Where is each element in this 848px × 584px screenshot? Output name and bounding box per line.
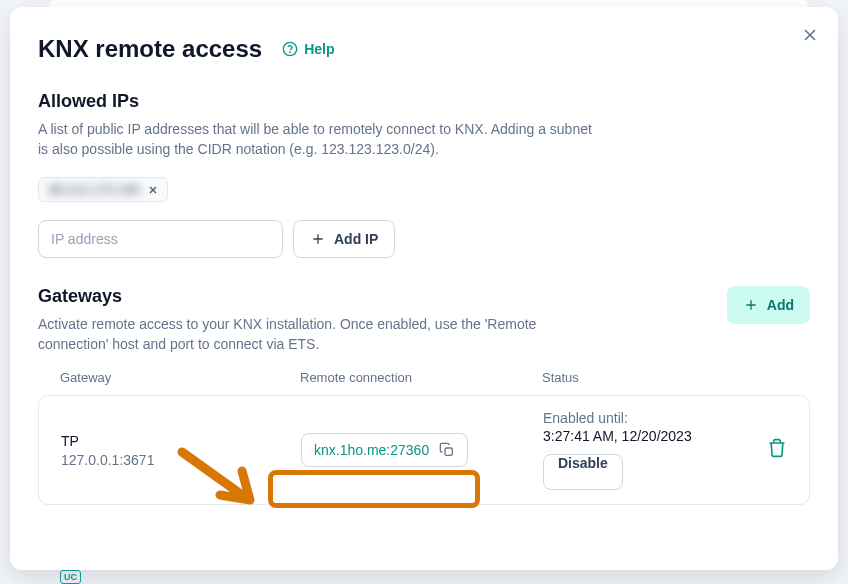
allowed-ips-description: A list of public IP addresses that will …: [38, 120, 598, 159]
help-link[interactable]: Help: [282, 41, 334, 57]
delete-gateway-button[interactable]: [767, 438, 787, 462]
remote-host: knx.1ho.me:27360: [314, 442, 429, 458]
allowed-ips-section: Allowed IPs A list of public IP addresse…: [38, 91, 810, 258]
add-gateway-label: Add: [767, 297, 794, 313]
modal-title: KNX remote access: [38, 35, 262, 63]
remote-cell: knx.1ho.me:27360: [301, 433, 543, 467]
modal-header: KNX remote access Help: [38, 35, 810, 63]
remove-ip-button[interactable]: [147, 184, 159, 196]
column-gateway: Gateway: [60, 370, 300, 385]
column-remote: Remote connection: [300, 370, 542, 385]
add-ip-label: Add IP: [334, 231, 378, 247]
add-ip-row: Add IP: [38, 220, 810, 258]
gateway-address: 127.0.0.1:3671: [61, 452, 301, 468]
x-icon: [147, 184, 159, 196]
gateway-cell: TP 127.0.0.1:3671: [61, 433, 301, 468]
allowed-ips-title: Allowed IPs: [38, 91, 810, 112]
ip-address-input[interactable]: [38, 220, 283, 258]
gateway-name: TP: [61, 433, 301, 449]
add-ip-button[interactable]: Add IP: [293, 220, 395, 258]
ip-chip-value: 88.212.173.194: [49, 182, 139, 197]
status-cell: Enabled until: 3:27:41 AM, 12/20/2023 Di…: [543, 410, 787, 490]
disable-button[interactable]: Disable: [543, 454, 623, 490]
plus-icon: [743, 297, 759, 313]
help-icon: [282, 41, 298, 57]
close-icon: [800, 25, 820, 45]
gateways-table-header: Gateway Remote connection Status: [38, 370, 810, 385]
trash-icon: [767, 438, 787, 458]
remote-connection-pill[interactable]: knx.1ho.me:27360: [301, 433, 468, 467]
gateways-title: Gateways: [38, 286, 598, 307]
background-footer: UC: [60, 570, 81, 584]
gateway-row: TP 127.0.0.1:3671 knx.1ho.me:27360 Enabl…: [38, 395, 810, 505]
ip-chip: 88.212.173.194: [38, 177, 168, 202]
disable-label: Disable: [558, 455, 608, 489]
help-label: Help: [304, 41, 334, 57]
gateways-description: Activate remote access to your KNX insta…: [38, 315, 598, 354]
gateways-header: Gateways Activate remote access to your …: [38, 286, 810, 354]
copy-icon[interactable]: [439, 442, 455, 458]
plus-icon: [310, 231, 326, 247]
uc-badge: UC: [60, 570, 81, 584]
status-prefix: Enabled until:: [543, 410, 787, 426]
status-time: 3:27:41 AM, 12/20/2023: [543, 428, 787, 444]
knx-remote-access-modal: KNX remote access Help Allowed IPs A lis…: [10, 7, 838, 570]
close-button[interactable]: [792, 17, 828, 53]
column-status: Status: [542, 370, 788, 385]
add-gateway-button[interactable]: Add: [727, 286, 810, 324]
svg-rect-2: [445, 448, 452, 455]
svg-point-1: [290, 52, 291, 53]
gateways-section: Gateways Activate remote access to your …: [38, 286, 810, 505]
